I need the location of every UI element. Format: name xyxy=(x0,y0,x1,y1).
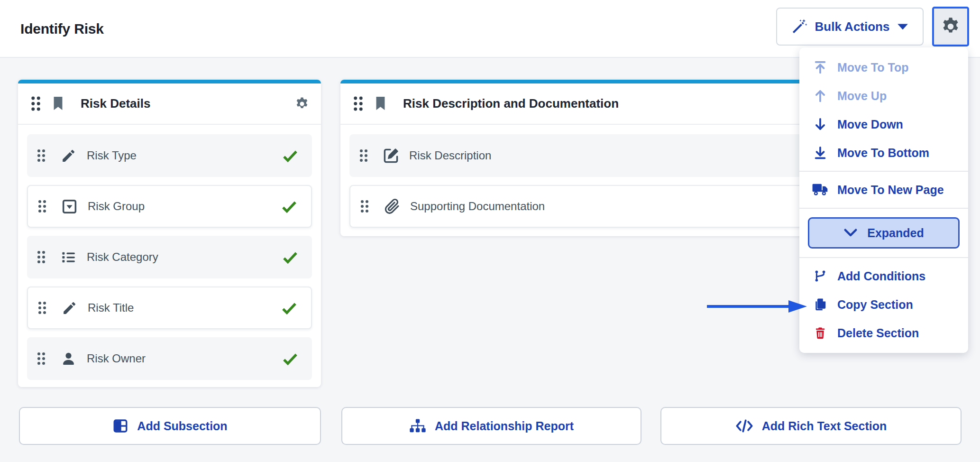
field-row-risk-type[interactable]: Risk Type xyxy=(27,134,312,177)
drag-handle-icon[interactable] xyxy=(37,351,46,366)
bulk-actions-button[interactable]: Bulk Actions xyxy=(776,8,924,46)
menu-item-move-down[interactable]: Move Down xyxy=(799,110,968,139)
section-settings-gear-button[interactable] xyxy=(932,7,969,46)
menu-item-copy-section[interactable]: Copy Section xyxy=(799,290,968,319)
field-row-risk-owner[interactable]: Risk Owner xyxy=(27,337,312,380)
menu-item-label: Move Up xyxy=(837,89,887,103)
button-label: Add Rich Text Section xyxy=(762,419,887,433)
field-label: Risk Category xyxy=(87,250,158,264)
list-icon xyxy=(58,249,78,266)
section-accent-bar xyxy=(18,80,321,83)
arrow-up-to-line-icon xyxy=(812,60,829,75)
truck-icon xyxy=(812,183,829,196)
menu-item-label: Delete Section xyxy=(837,326,919,340)
menu-divider xyxy=(799,257,968,258)
menu-item-label: Move To Top xyxy=(837,61,908,74)
page-title: Identify Risk xyxy=(20,0,104,58)
button-label: Add Subsection xyxy=(137,419,227,433)
menu-item-move-to-bottom[interactable]: Move To Bottom xyxy=(799,139,968,167)
gear-icon xyxy=(940,16,961,37)
pencil-icon xyxy=(58,148,78,164)
expanded-toggle-wrap: Expanded xyxy=(799,213,968,253)
menu-item-label: Move Down xyxy=(837,118,903,131)
field-label: Supporting Documentation xyxy=(410,200,545,213)
code-branch-icon xyxy=(812,269,829,283)
menu-item-label: Move To New Page xyxy=(837,183,944,197)
menu-item-move-to-top: Move To Top xyxy=(799,53,968,82)
check-icon xyxy=(283,352,298,365)
paperclip-icon xyxy=(382,198,402,215)
gear-icon[interactable] xyxy=(294,96,310,111)
sitemap-icon xyxy=(409,418,426,434)
annotation-arrow xyxy=(705,299,808,314)
drag-handle-icon[interactable] xyxy=(360,199,369,213)
pencil-icon xyxy=(59,300,79,316)
field-label: Risk Group xyxy=(88,200,145,213)
menu-item-move-up: Move Up xyxy=(799,82,968,110)
field-label: Risk Description xyxy=(409,149,491,162)
drag-handle-icon[interactable] xyxy=(359,148,368,163)
expanded-toggle-button[interactable]: Expanded xyxy=(808,217,960,249)
field-row-risk-category[interactable]: Risk Category xyxy=(27,236,312,278)
table-layout-icon xyxy=(112,418,128,434)
bulk-actions-label: Bulk Actions xyxy=(815,19,890,34)
section-title: Risk Details xyxy=(81,96,150,111)
check-icon xyxy=(282,302,297,314)
field-list: Risk Type Risk Group xyxy=(18,125,321,380)
menu-item-label: Copy Section xyxy=(837,298,913,312)
section-title: Risk Description and Documentation xyxy=(403,96,619,111)
field-label: Risk Owner xyxy=(87,352,146,365)
section-card-risk-details: Risk Details Risk Type xyxy=(18,80,321,387)
magic-wand-icon xyxy=(791,18,807,35)
caret-square-down-icon xyxy=(59,198,79,215)
drag-handle-icon[interactable] xyxy=(37,148,46,163)
add-subsection-button[interactable]: Add Subsection xyxy=(19,407,321,445)
drag-handle-icon[interactable] xyxy=(37,250,46,264)
menu-divider xyxy=(799,208,968,209)
menu-item-move-to-new-page[interactable]: Move To New Page xyxy=(799,176,968,204)
bookmark-icon xyxy=(375,97,386,111)
copy-icon xyxy=(812,297,829,312)
section-settings-menu: Move To Top Move Up Move Down Move To Bo… xyxy=(799,47,968,353)
arrow-down-to-line-icon xyxy=(812,145,829,160)
add-rich-text-section-button[interactable]: Add Rich Text Section xyxy=(660,407,962,445)
menu-item-delete-section[interactable]: Delete Section xyxy=(799,319,968,347)
caret-down-icon xyxy=(897,23,908,30)
check-icon xyxy=(283,149,298,162)
menu-item-label: Move To Bottom xyxy=(837,146,929,160)
field-row-risk-title[interactable]: Risk Title xyxy=(27,286,312,329)
drag-handle-icon[interactable] xyxy=(353,95,364,112)
arrow-down-icon xyxy=(812,117,829,132)
menu-item-label: Add Conditions xyxy=(837,269,925,283)
expanded-label: Expanded xyxy=(867,226,924,240)
menu-divider xyxy=(799,171,968,172)
drag-handle-icon[interactable] xyxy=(37,301,47,315)
bookmark-icon xyxy=(53,97,64,111)
drag-handle-icon[interactable] xyxy=(37,199,47,213)
menu-item-add-conditions[interactable]: Add Conditions xyxy=(799,262,968,290)
trash-icon xyxy=(812,326,829,340)
add-relationship-report-button[interactable]: Add Relationship Report xyxy=(341,407,641,445)
pen-to-square-icon xyxy=(381,147,401,165)
user-icon xyxy=(58,351,78,367)
field-row-risk-group[interactable]: Risk Group xyxy=(27,185,312,228)
drag-handle-icon[interactable] xyxy=(30,95,41,112)
check-icon xyxy=(283,251,298,264)
field-label: Risk Type xyxy=(87,149,137,162)
button-label: Add Relationship Report xyxy=(435,419,574,433)
chevron-down-icon xyxy=(843,228,858,238)
code-icon xyxy=(735,419,753,433)
section-header: Risk Details xyxy=(18,83,321,125)
arrow-up-icon xyxy=(812,88,829,103)
field-label: Risk Title xyxy=(88,301,134,314)
check-icon xyxy=(282,200,297,213)
